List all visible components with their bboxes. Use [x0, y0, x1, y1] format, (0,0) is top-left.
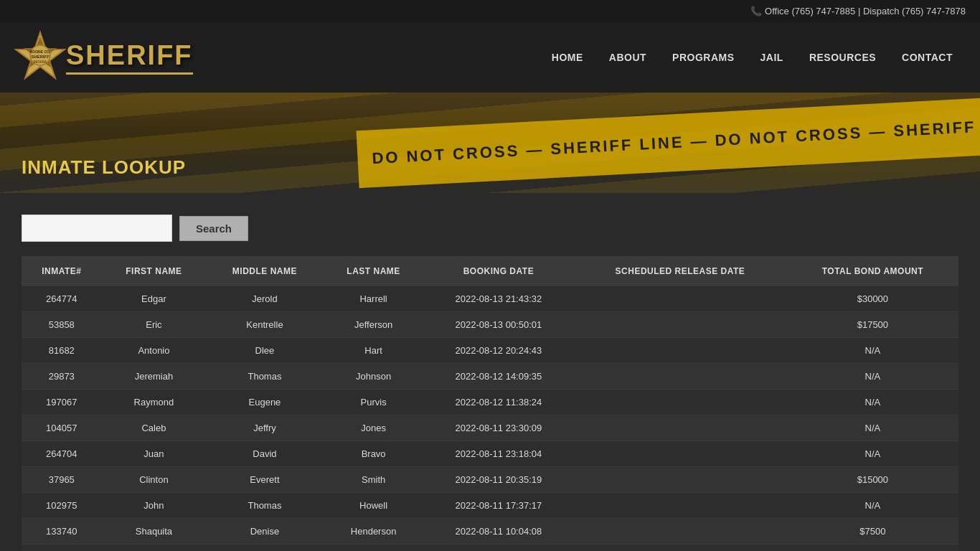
table-row: 53858EricKentrelleJefferson2022-08-13 00… [22, 312, 958, 338]
table-cell: 2022-08-11 02:13:18 [424, 545, 574, 552]
hero-section: DO NOT CROSS — SHERIFF LINE — DO NOT CRO… [0, 93, 980, 193]
table-cell [573, 441, 787, 467]
table-header-cell: TOTAL BOND AMOUNT [787, 256, 958, 286]
table-cell: Howell [324, 493, 424, 519]
table-cell: Denise [206, 519, 323, 545]
table-cell: Thomas [206, 493, 323, 519]
table-row: 133740ShaquitaDeniseHenderson2022-08-11 … [22, 519, 958, 545]
table-cell: Jones [324, 415, 424, 441]
table-cell: Bravo [324, 441, 424, 467]
table-cell: 133740 [22, 519, 102, 545]
table-cell: 53858 [22, 312, 102, 338]
table-cell: 2022-08-11 23:18:04 [424, 441, 574, 467]
table-cell: Caleb [102, 415, 207, 441]
table-cell [573, 286, 787, 312]
table-row: 102975JohnThomasHowell2022-08-11 17:37:1… [22, 493, 958, 519]
table-cell: 2022-08-12 14:09:35 [424, 364, 574, 390]
table-cell: Clinton [102, 467, 207, 493]
table-cell: N/A [787, 441, 958, 467]
table-cell: 37965 [22, 467, 102, 493]
table-cell: Jeremiah [102, 364, 207, 390]
table-cell: McCormick [324, 545, 424, 552]
table-cell: Raymond [102, 390, 207, 415]
nav-resources[interactable]: RESOURCES [796, 32, 889, 83]
table-cell: 2022-08-13 21:43:32 [424, 286, 574, 312]
phone-icon: 📞 [750, 6, 762, 17]
table-cell: Kentrelle [206, 312, 323, 338]
svg-text:INDIANA: INDIANA [34, 60, 47, 64]
table-cell: $15000 [787, 467, 958, 493]
table-cell: Antonio [102, 338, 207, 364]
table-cell: 2022-08-12 20:24:43 [424, 338, 574, 364]
table-cell: Thomas [206, 364, 323, 390]
main-content: Search INMATE#FIRST NAMEMIDDLE NAMELAST … [0, 193, 980, 551]
table-row: 85312ChadMichaelMcCormick2022-08-11 02:1… [22, 545, 958, 552]
table-header-row: INMATE#FIRST NAMEMIDDLE NAMELAST NAMEBOO… [22, 256, 958, 286]
sheriff-badge-icon: BOONE CO. SHERIFF INDIANA [14, 29, 66, 85]
table-cell: Jeffry [206, 415, 323, 441]
table-cell [573, 467, 787, 493]
table-header-cell: FIRST NAME [102, 256, 207, 286]
table-row: 29873JeremiahThomasJohnson2022-08-12 14:… [22, 364, 958, 390]
table-cell: Eugene [206, 390, 323, 415]
table-cell: 264774 [22, 286, 102, 312]
table-cell: John [102, 493, 207, 519]
table-cell: Hart [324, 338, 424, 364]
table-cell: Eric [102, 312, 207, 338]
table-cell: Juan [102, 441, 207, 467]
table-cell: 81682 [22, 338, 102, 364]
table-header-cell: INMATE# [22, 256, 102, 286]
search-input[interactable] [22, 215, 172, 242]
table-cell: Harrell [324, 286, 424, 312]
table-cell: Henderson [324, 519, 424, 545]
search-button[interactable]: Search [179, 216, 248, 241]
nav-programs[interactable]: PROGRAMS [659, 32, 747, 83]
table-row: 81682AntonioDleeHart2022-08-12 20:24:43N… [22, 338, 958, 364]
office-phone: Office (765) 747-7885 [765, 6, 855, 17]
table-cell: 2022-08-13 00:50:01 [424, 312, 574, 338]
nav-contact[interactable]: CONTACT [889, 32, 966, 83]
svg-text:BOONE CO.: BOONE CO. [30, 50, 51, 54]
table-cell: N/A [787, 338, 958, 364]
search-area: Search [22, 215, 958, 242]
table-header-cell: LAST NAME [324, 256, 424, 286]
table-cell: 102975 [22, 493, 102, 519]
table-cell [573, 545, 787, 552]
table-cell: Purvis [324, 390, 424, 415]
sheriff-logo-text: SHERIFF [66, 40, 193, 75]
table-row: 104057CalebJeffryJones2022-08-11 23:30:0… [22, 415, 958, 441]
table-cell: Michael [206, 545, 323, 552]
table-row: 264704JuanDavidBravo2022-08-11 23:18:04N… [22, 441, 958, 467]
table-cell: Edgar [102, 286, 207, 312]
table-cell: $7500 [787, 519, 958, 545]
table-cell: 2022-08-12 11:38:24 [424, 390, 574, 415]
page-title: INMATE LOOKUP [22, 156, 186, 179]
table-cell: 197067 [22, 390, 102, 415]
table-cell: Smith [324, 467, 424, 493]
top-bar: 📞 Office (765) 747-7885 | Dispatch (765)… [0, 0, 980, 22]
table-cell: 2022-08-11 17:37:17 [424, 493, 574, 519]
table-cell: 2022-08-11 20:35:19 [424, 467, 574, 493]
svg-text:SHERIFF: SHERIFF [31, 55, 50, 59]
table-row: 37965ClintonEverettSmith2022-08-11 20:35… [22, 467, 958, 493]
nav-jail[interactable]: JAIL [748, 32, 796, 83]
nav-about[interactable]: ABOUT [596, 32, 659, 83]
table-header-cell: SCHEDULED RELEASE DATE [573, 256, 787, 286]
nav-home[interactable]: HOME [539, 32, 596, 83]
table-cell: 264704 [22, 441, 102, 467]
table-cell: N/A [787, 390, 958, 415]
inmate-table: INMATE#FIRST NAMEMIDDLE NAMELAST NAMEBOO… [22, 256, 958, 551]
table-cell: 85312 [22, 545, 102, 552]
table-row: 264774EdgarJeroldHarrell2022-08-13 21:43… [22, 286, 958, 312]
table-cell [573, 312, 787, 338]
nav-links: HOME ABOUT PROGRAMS JAIL RESOURCES CONTA… [539, 32, 966, 83]
table-cell: $10000 [787, 545, 958, 552]
table-cell [573, 364, 787, 390]
table-cell: Jerold [206, 286, 323, 312]
table-cell: 2022-08-11 23:30:09 [424, 415, 574, 441]
table-cell: N/A [787, 493, 958, 519]
table-cell: Chad [102, 545, 207, 552]
table-cell [573, 415, 787, 441]
logo: BOONE CO. SHERIFF INDIANA SHERIFF [14, 22, 193, 93]
page-title-container: INMATE LOOKUP [22, 156, 186, 179]
